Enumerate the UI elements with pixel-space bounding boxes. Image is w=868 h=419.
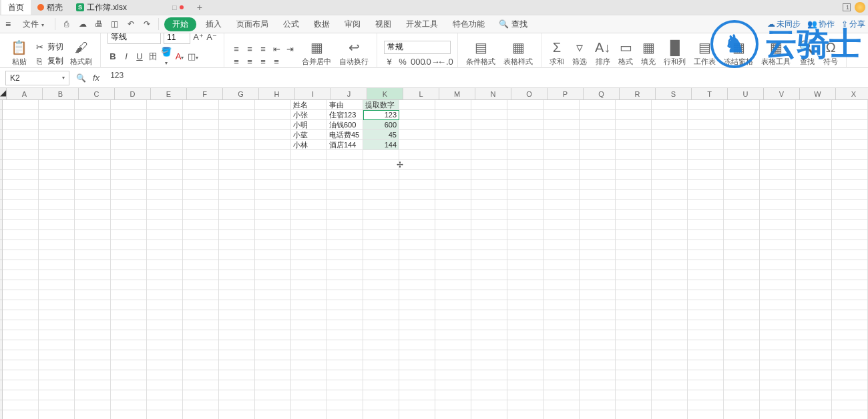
- cell[interactable]: [544, 220, 580, 230]
- cell[interactable]: [652, 410, 688, 419]
- cell[interactable]: [39, 280, 75, 290]
- cell[interactable]: [435, 410, 471, 419]
- cell[interactable]: [507, 190, 544, 200]
- cell[interactable]: [580, 400, 616, 410]
- cell[interactable]: [75, 150, 111, 160]
- cell[interactable]: [255, 410, 291, 419]
- cell[interactable]: [363, 410, 399, 419]
- cell[interactable]: [435, 320, 471, 330]
- paste-button[interactable]: 📋粘贴: [7, 38, 31, 68]
- cell[interactable]: [255, 310, 291, 320]
- cell[interactable]: [760, 290, 796, 300]
- cell[interactable]: [724, 310, 760, 320]
- cell[interactable]: [652, 150, 688, 160]
- cell[interactable]: [507, 320, 544, 330]
- cell[interactable]: [796, 380, 832, 390]
- cell[interactable]: [363, 190, 399, 200]
- align-justify-icon[interactable]: ≡: [271, 57, 282, 67]
- cell[interactable]: [471, 110, 507, 120]
- cell[interactable]: [832, 390, 868, 400]
- col-header-X[interactable]: X: [836, 88, 868, 99]
- cell[interactable]: [580, 340, 616, 350]
- cell[interactable]: [219, 140, 255, 150]
- cell[interactable]: 144: [363, 140, 399, 150]
- cell[interactable]: [183, 290, 219, 300]
- cell[interactable]: [399, 280, 435, 290]
- cell[interactable]: [291, 190, 327, 200]
- cell[interactable]: [832, 100, 868, 110]
- cell[interactable]: [616, 410, 652, 419]
- cell[interactable]: [724, 200, 760, 210]
- cell[interactable]: [147, 210, 183, 220]
- cell[interactable]: [147, 230, 183, 240]
- cell[interactable]: [544, 380, 580, 390]
- cell[interactable]: [75, 240, 111, 250]
- cut-button[interactable]: ✂剪切: [34, 41, 63, 53]
- cell[interactable]: [724, 140, 760, 150]
- cell[interactable]: [75, 250, 111, 260]
- cell[interactable]: [616, 200, 652, 210]
- cell[interactable]: [291, 290, 327, 300]
- cell[interactable]: [471, 270, 507, 280]
- cell[interactable]: [39, 150, 75, 160]
- cell[interactable]: [75, 220, 111, 230]
- cell[interactable]: [724, 340, 760, 350]
- cell[interactable]: [39, 300, 75, 310]
- cell[interactable]: [688, 320, 724, 330]
- cell[interactable]: [760, 280, 796, 290]
- cell[interactable]: [724, 170, 760, 180]
- cell[interactable]: [544, 230, 580, 240]
- menu-layout[interactable]: 页面布局: [231, 17, 274, 31]
- menu-view[interactable]: 视图: [370, 17, 397, 31]
- cell[interactable]: [760, 120, 796, 130]
- cell[interactable]: [832, 160, 868, 170]
- cell[interactable]: [507, 210, 544, 220]
- cell[interactable]: [507, 110, 544, 120]
- cell[interactable]: [616, 300, 652, 310]
- cell[interactable]: [219, 190, 255, 200]
- cell[interactable]: [796, 220, 832, 230]
- cell[interactable]: [147, 330, 183, 340]
- sheet-button[interactable]: ▤工作表: [690, 38, 720, 68]
- cell[interactable]: [219, 380, 255, 390]
- cell[interactable]: [688, 230, 724, 240]
- cell[interactable]: [219, 370, 255, 380]
- cell[interactable]: [399, 300, 435, 310]
- cell[interactable]: [544, 130, 580, 140]
- tab-daoke[interactable]: 稻壳: [31, 0, 69, 15]
- cell[interactable]: [652, 370, 688, 380]
- currency-icon[interactable]: ¥: [384, 57, 395, 67]
- cell[interactable]: [724, 390, 760, 400]
- cell[interactable]: [147, 220, 183, 230]
- cell[interactable]: [652, 220, 688, 230]
- cell[interactable]: [75, 130, 111, 140]
- cell[interactable]: [219, 110, 255, 120]
- cell[interactable]: [183, 400, 219, 410]
- indent-inc-icon[interactable]: ⇥: [284, 44, 295, 54]
- col-header-W[interactable]: W: [800, 88, 836, 99]
- cell[interactable]: [147, 360, 183, 370]
- cell[interactable]: [507, 250, 544, 260]
- cell[interactable]: [75, 350, 111, 360]
- cell[interactable]: [39, 240, 75, 250]
- cell[interactable]: [3, 320, 39, 330]
- cell[interactable]: [760, 340, 796, 350]
- cell[interactable]: [255, 250, 291, 260]
- cell[interactable]: [724, 190, 760, 200]
- cell[interactable]: [3, 260, 39, 270]
- cell[interactable]: [327, 270, 363, 280]
- col-header-E[interactable]: E: [151, 88, 187, 99]
- cell[interactable]: [796, 410, 832, 419]
- cell[interactable]: [255, 320, 291, 330]
- cell[interactable]: [688, 180, 724, 190]
- cell[interactable]: [724, 130, 760, 140]
- cell[interactable]: [724, 150, 760, 160]
- cell[interactable]: [39, 130, 75, 140]
- cell[interactable]: [435, 140, 471, 150]
- cell[interactable]: [652, 280, 688, 290]
- cell[interactable]: [291, 340, 327, 350]
- col-header-F[interactable]: F: [187, 88, 223, 99]
- cell[interactable]: [832, 340, 868, 350]
- cell[interactable]: [760, 380, 796, 390]
- cell[interactable]: [688, 110, 724, 120]
